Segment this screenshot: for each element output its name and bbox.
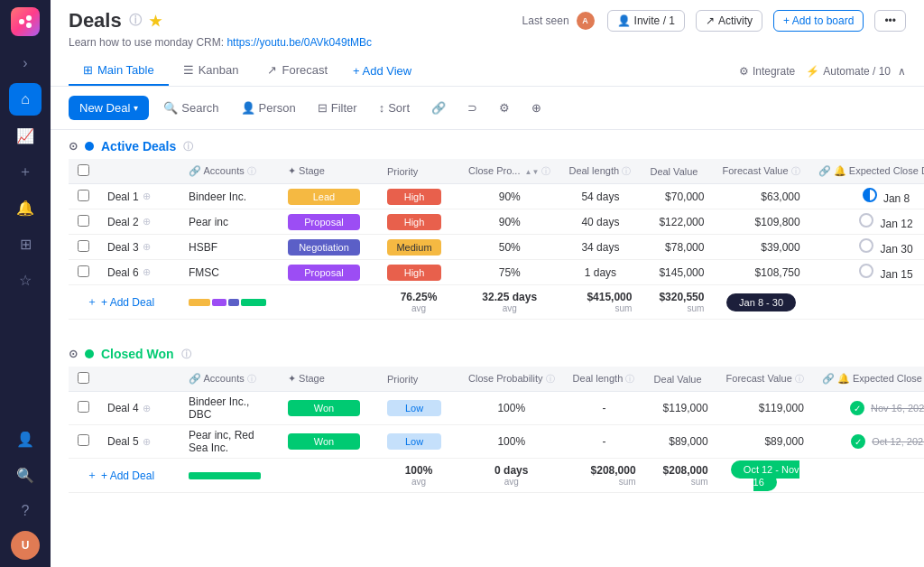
priority-badge[interactable]: Medium: [387, 239, 441, 256]
stage-badge[interactable]: Lead: [288, 189, 360, 205]
app-logo[interactable]: [11, 7, 40, 36]
row-add-icon[interactable]: ⊕: [143, 403, 151, 414]
group-collapse-icon[interactable]: ⊙: [69, 348, 78, 360]
deal-length-info-icon[interactable]: ⓘ: [622, 166, 631, 176]
stage-badge[interactable]: Proposal: [288, 265, 360, 281]
select-all-checkbox-cw[interactable]: [78, 372, 89, 384]
summary-deal-length: 32.25 days avg: [459, 285, 559, 320]
expected-close-date: Jan 8: [883, 192, 910, 205]
group-collapse-icon[interactable]: ⊙: [69, 140, 78, 153]
page-header: Deals ⓘ ★ Last seen A 👤 Invite / 1 ↗ Act…: [51, 0, 924, 87]
collapse-button[interactable]: ∧: [898, 65, 906, 78]
accounts-info-icon[interactable]: ⓘ: [247, 166, 256, 176]
settings-action[interactable]: ⚙: [492, 97, 517, 119]
row-checkbox[interactable]: [78, 265, 89, 277]
sidebar-item-favorites[interactable]: ☆: [9, 264, 42, 296]
row-checkbox[interactable]: [78, 215, 89, 227]
priority-badge[interactable]: Low: [387, 400, 441, 416]
priority-badge[interactable]: High: [387, 189, 441, 205]
add-to-board-button[interactable]: + Add to board: [773, 10, 864, 32]
automate-button[interactable]: ⚡ Automate / 10: [806, 65, 891, 78]
filter-action[interactable]: ⊟ Filter: [310, 97, 365, 119]
main-content: Deals ⓘ ★ Last seen A 👤 Invite / 1 ↗ Act…: [51, 0, 924, 567]
add-deal-button[interactable]: ＋ + Add Deal: [78, 289, 171, 315]
tab-kanban[interactable]: ☰ Kanban: [169, 56, 254, 86]
favorite-icon[interactable]: ★: [149, 13, 162, 30]
expected-close-strikethrough: Oct 12, 2021: [872, 436, 924, 447]
add-deal-cell: ＋ + Add Deal: [69, 285, 180, 320]
cw-summary-deal-value: $208,000 sum: [564, 459, 645, 493]
activity-label: Activity: [718, 14, 753, 27]
accounts-info-icon[interactable]: ⓘ: [247, 374, 256, 384]
close-prob-info-icon[interactable]: ⓘ: [546, 374, 555, 384]
forecast-info-icon[interactable]: ⓘ: [791, 166, 800, 176]
filter-icon: ⊟: [318, 101, 328, 115]
row-account-cell: Bindeer Inc.: [180, 184, 279, 209]
row-add-icon[interactable]: ⊕: [143, 266, 151, 278]
priority-badge[interactable]: High: [387, 214, 441, 230]
sort-action[interactable]: ↕ Sort: [372, 97, 417, 119]
new-deal-button[interactable]: New Deal ▾: [69, 96, 149, 120]
new-deal-caret[interactable]: ▾: [134, 103, 138, 113]
priority-badge[interactable]: High: [387, 265, 441, 281]
page-title-area: Deals ⓘ ★: [69, 9, 162, 33]
search-icon: 🔍: [163, 101, 178, 115]
search-action[interactable]: 🔍 Search: [156, 97, 226, 119]
person-action[interactable]: 👤 Person: [234, 97, 303, 119]
row-add-icon[interactable]: ⊕: [143, 191, 151, 202]
row-add-icon[interactable]: ⊕: [143, 241, 151, 253]
row-checkbox[interactable]: [78, 190, 89, 201]
row-add-icon[interactable]: ⊕: [143, 216, 151, 228]
sidebar-item-help[interactable]: ?: [9, 495, 42, 527]
sidebar-item-search[interactable]: 🔍: [9, 459, 42, 491]
stage-badge[interactable]: Won: [288, 433, 360, 450]
svg-point-1: [26, 15, 32, 21]
filter-label: Filter: [331, 101, 357, 115]
sidebar-item-projects[interactable]: ⊞: [9, 228, 42, 260]
forecast-info-icon[interactable]: ⓘ: [795, 374, 804, 384]
add-view-button[interactable]: + Add View: [342, 57, 422, 85]
invite-button[interactable]: 👤 Invite / 1: [607, 10, 685, 32]
row-checkbox[interactable]: [78, 434, 89, 446]
row-add-icon[interactable]: ⊕: [143, 436, 151, 448]
sidebar-collapse-btn[interactable]: ›: [9, 47, 42, 79]
add-deal-button-cw[interactable]: ＋ + Add Deal: [78, 462, 171, 488]
sort-arrows-icon[interactable]: ▲▼: [525, 169, 540, 176]
row-stage-cell: Lead: [279, 184, 378, 209]
row-checkbox[interactable]: [78, 240, 89, 252]
row-name-cell: Deal 4 ⊕: [98, 392, 180, 425]
sidebar-item-people[interactable]: 👤: [9, 423, 42, 455]
subtitle-link[interactable]: https://youtu.be/0AVk049tMBc: [226, 36, 372, 49]
link-action[interactable]: 🔗: [424, 97, 453, 119]
row-deal-value-cell: $145,000: [641, 260, 713, 285]
share-action[interactable]: ⊃: [460, 97, 485, 119]
user-avatar[interactable]: U: [11, 531, 40, 560]
tab-main-table[interactable]: ⊞ Main Table: [69, 56, 169, 86]
row-expected-close-cell: Jan 15: [809, 260, 924, 285]
stage-badge[interactable]: Proposal: [288, 214, 360, 230]
activity-button[interactable]: ↗ Activity: [696, 10, 762, 32]
more-icon: ⊕: [531, 101, 541, 115]
stage-badge[interactable]: Negotiation: [288, 239, 360, 256]
select-all-checkbox[interactable]: [78, 164, 89, 176]
tab-forecast[interactable]: ↗ Forecast: [253, 56, 342, 86]
priority-badge[interactable]: Low: [387, 433, 441, 450]
sidebar-item-crm[interactable]: 📈: [9, 119, 42, 152]
cw-summary-deal-length-val: 0 days: [468, 464, 555, 477]
add-deal-row-cw: ＋ + Add Deal 100% avg: [69, 459, 924, 493]
expected-close-check: ✓: [850, 401, 864, 415]
row-priority-cell: Medium: [378, 235, 459, 260]
sidebar-item-inbox[interactable]: 🔔: [9, 191, 42, 224]
integrate-button[interactable]: ⚙ Integrate: [739, 65, 795, 78]
title-info-icon[interactable]: ⓘ: [129, 13, 142, 29]
more-action[interactable]: ⊕: [524, 97, 549, 119]
sidebar-item-home[interactable]: ⌂: [9, 83, 42, 116]
more-options-button[interactable]: •••: [874, 10, 906, 32]
row-checkbox[interactable]: [78, 401, 89, 413]
deal-length-info-icon[interactable]: ⓘ: [625, 374, 634, 384]
stage-badge[interactable]: Won: [288, 400, 360, 416]
row-checkbox-cell: [69, 209, 98, 235]
sidebar-item-add[interactable]: ＋: [9, 155, 42, 188]
expected-close-date: Jan 12: [881, 218, 913, 230]
close-prob-info-icon[interactable]: ⓘ: [541, 166, 550, 176]
